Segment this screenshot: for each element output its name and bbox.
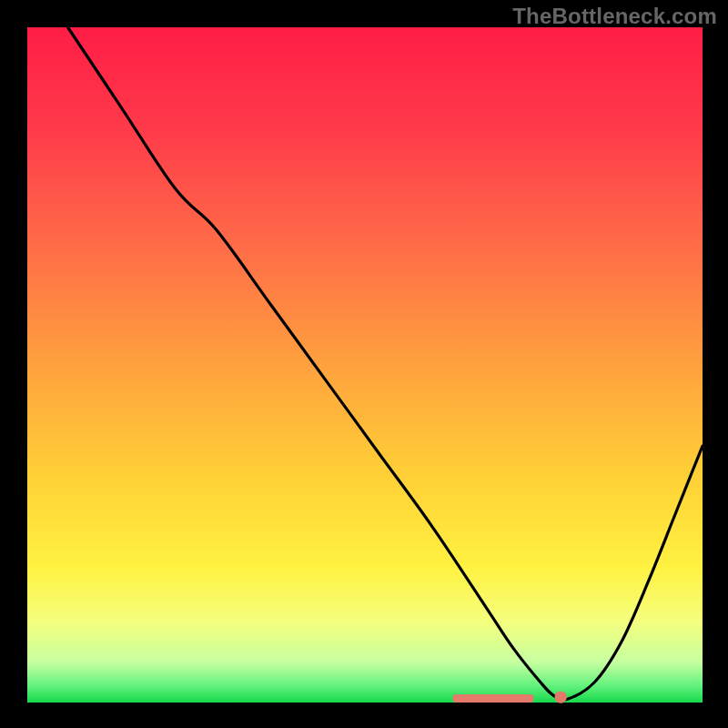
chart-svg <box>0 0 728 728</box>
trough-dot-marker <box>555 691 567 703</box>
plot-background <box>27 27 703 703</box>
trough-pill-marker <box>452 694 533 703</box>
chart-stage: TheBottleneck.com <box>0 0 728 728</box>
